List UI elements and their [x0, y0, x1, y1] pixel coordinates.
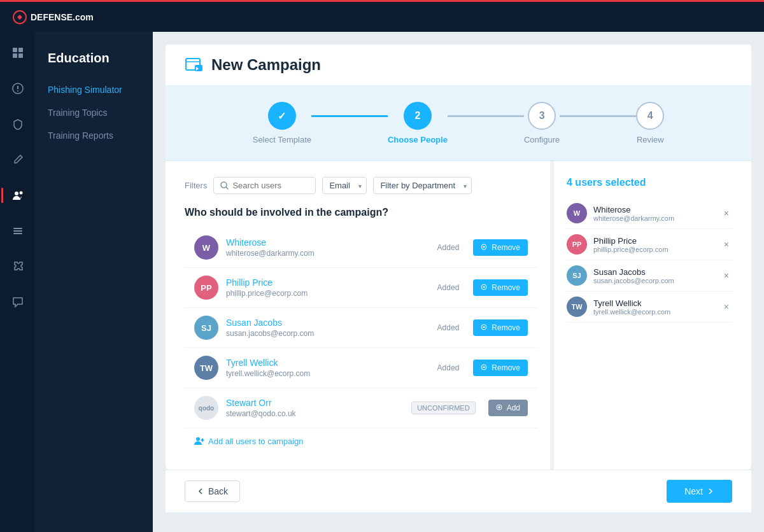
user-email-1: phillip.price@ecorp.com — [226, 289, 430, 298]
step-3: 3 Configure — [524, 102, 560, 144]
step-1-circle: ✓ — [268, 102, 296, 130]
step-4-label: Review — [637, 135, 664, 144]
main-content: Filters Email — [166, 161, 751, 470]
user-avatar-2: SJ — [194, 316, 218, 340]
top-bar: DEFENSE.com — [0, 0, 764, 32]
user-email-0: whiterose@darkarmy.com — [226, 249, 430, 258]
next-label: Next — [684, 486, 703, 496]
user-row: TW Tyrell Wellick tyrell.wellick@ecorp.c… — [185, 348, 537, 388]
step-4: 4 Review — [636, 102, 664, 144]
users-section: Filters Email — [185, 177, 537, 454]
user-name-4[interactable]: Stewart Orr — [226, 398, 404, 408]
remove-button-1[interactable]: Remove — [473, 279, 528, 296]
sidebar-icon-chat[interactable] — [6, 291, 29, 314]
connector-3 — [560, 115, 636, 117]
svg-rect-2 — [18, 48, 23, 52]
user-info-0: Whiterose whiterose@darkarmy.com — [226, 237, 430, 258]
search-input-wrap — [213, 177, 316, 194]
filters-row: Filters Email — [185, 177, 537, 194]
department-filter-select[interactable]: Filter by Department Engineering Marketi… — [373, 177, 472, 194]
step-2-circle: 2 — [404, 102, 432, 130]
main-layout: Education Phishing Simulator Training To… — [0, 32, 764, 532]
icon-sidebar — [0, 32, 35, 532]
user-email-3: tyrell.wellick@ecorp.com — [226, 369, 430, 378]
svg-rect-11 — [13, 230, 22, 232]
sidebar-icon-puzzle[interactable] — [6, 255, 29, 278]
selected-remove-2[interactable]: × — [721, 269, 732, 282]
selected-remove-0[interactable]: × — [721, 207, 732, 220]
svg-rect-4 — [18, 53, 23, 58]
selected-count: 4 users selected — [567, 177, 732, 188]
sidebar-icon-alert[interactable] — [6, 77, 29, 100]
selected-user-name-2: Susan Jacobs — [593, 267, 714, 277]
user-name-3[interactable]: Tyrell Wellick — [226, 358, 430, 368]
user-avatar-0: W — [194, 235, 218, 260]
add-all-users-link[interactable]: Add all users to campaign — [185, 428, 537, 454]
user-row: W Whiterose whiterose@darkarmy.com Added… — [185, 228, 537, 268]
step-1-label: Select Template — [253, 135, 311, 144]
remove-button-0[interactable]: Remove — [473, 239, 528, 256]
selected-user-info-2: Susan Jacobs susan.jacobs@ecorp.com — [593, 267, 714, 284]
add-all-label: Add all users to campaign — [208, 437, 304, 446]
next-button[interactable]: Next — [667, 480, 732, 503]
sidebar-item-phishing[interactable]: Phishing Simulator — [35, 78, 153, 101]
step-2: 2 Choose People — [388, 102, 448, 144]
selected-avatar-0: W — [567, 203, 587, 223]
selected-user-row: W Whiterose whiterose@darkarmy.com × — [567, 198, 732, 229]
sidebar-item-training-topics[interactable]: Training Topics — [35, 101, 153, 124]
svg-rect-12 — [13, 233, 22, 234]
remove-button-3[interactable]: Remove — [473, 360, 528, 376]
user-name-2[interactable]: Susan Jacobs — [226, 318, 430, 328]
svg-rect-14 — [195, 65, 202, 71]
steps-bar: ✓ Select Template 2 Choose People 3 Conf… — [166, 86, 751, 161]
selected-user-row: TW Tyrell Wellick tyrell.wellick@ecorp.c… — [567, 291, 732, 323]
remove-icon — [481, 244, 488, 251]
connector-2 — [448, 115, 524, 117]
svg-point-9 — [19, 192, 22, 195]
back-label: Back — [208, 486, 228, 496]
sidebar-icon-list[interactable] — [6, 220, 29, 242]
sidebar-icon-edit[interactable] — [6, 148, 29, 171]
content-area: New Campaign ✓ Select Template 2 Choose … — [153, 32, 764, 532]
user-row: SJ Susan Jacobs susan.jacobs@ecorp.com A… — [185, 308, 537, 348]
svg-point-7 — [17, 90, 18, 92]
step-4-circle: 4 — [636, 102, 664, 130]
svg-line-16 — [226, 187, 229, 190]
user-status-3: Added — [437, 363, 460, 372]
user-info-3: Tyrell Wellick tyrell.wellick@ecorp.com — [226, 358, 430, 378]
sidebar-item-training-reports[interactable]: Training Reports — [35, 124, 153, 147]
user-name-0[interactable]: Whiterose — [226, 237, 430, 248]
filters-label: Filters — [185, 181, 207, 190]
selected-user-info-0: Whiterose whiterose@darkarmy.com — [593, 205, 714, 222]
section-divider — [550, 161, 554, 470]
user-info-1: Phillip Price phillip.price@ecorp.com — [226, 277, 430, 298]
back-button[interactable]: Back — [185, 480, 240, 502]
svg-point-8 — [15, 192, 18, 195]
search-input[interactable] — [232, 181, 309, 190]
campaign-icon — [185, 56, 204, 74]
user-row: PP Phillip Price phillip.price@ecorp.com… — [185, 268, 537, 308]
email-select-wrap: Email — [322, 177, 367, 194]
sidebar-icon-shield[interactable] — [6, 113, 29, 136]
sidebar-icon-users[interactable] — [6, 184, 29, 207]
user-status-0: Added — [437, 243, 460, 252]
add-button-4[interactable]: Add — [488, 400, 528, 416]
step-2-label: Choose People — [388, 135, 448, 144]
email-filter-select[interactable]: Email — [322, 177, 367, 194]
next-arrow-icon — [707, 487, 714, 495]
remove-button-2[interactable]: Remove — [473, 319, 528, 336]
selected-avatar-3: TW — [567, 297, 587, 317]
remove-icon — [481, 324, 488, 332]
back-arrow-icon — [197, 487, 204, 495]
selected-user-email-0: whiterose@darkarmy.com — [593, 214, 714, 222]
logo-text: DEFENSE.com — [31, 12, 94, 22]
remove-icon — [481, 284, 488, 291]
selected-remove-3[interactable]: × — [721, 300, 732, 313]
selected-remove-1[interactable]: × — [721, 238, 732, 251]
user-avatar-4: qodo — [194, 396, 218, 420]
user-status-2: Added — [437, 323, 460, 332]
svg-rect-3 — [13, 53, 17, 58]
user-name-1[interactable]: Phillip Price — [226, 277, 430, 288]
nav-section-title: Education — [35, 45, 153, 78]
sidebar-icon-grid[interactable] — [6, 41, 29, 64]
